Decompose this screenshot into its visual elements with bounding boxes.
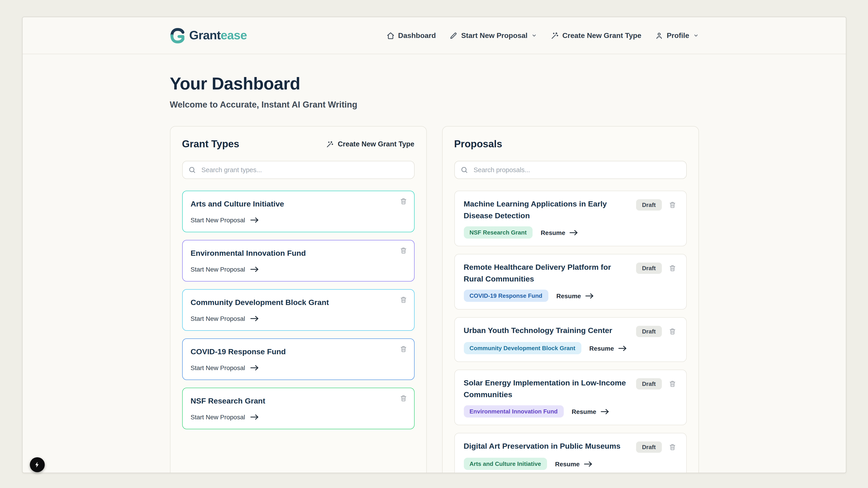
delete-proposal-button[interactable] [668, 263, 677, 273]
chevron-down-icon [531, 33, 537, 38]
delete-proposal-button[interactable] [668, 327, 677, 336]
resume-label: Resume [589, 345, 614, 352]
arrow-right-icon [250, 266, 259, 272]
search-icon [460, 166, 468, 174]
proposal-title: Urban Youth Technology Training Center [464, 325, 631, 336]
brand-name: Grantease [189, 29, 247, 42]
resume-label: Resume [541, 229, 565, 236]
trash-icon [399, 247, 407, 254]
grant-types-panel: Grant Types Create New Grant Type [170, 126, 427, 473]
wand-icon [551, 31, 559, 39]
grant-type-name: NSF Research Grant [191, 397, 406, 406]
delete-grant-type-button[interactable] [399, 295, 408, 304]
nav-menu: Dashboard Start New Proposal [386, 31, 699, 39]
trash-icon [399, 296, 407, 304]
brand-logo[interactable]: Grantease [170, 28, 247, 43]
resume-proposal-link[interactable]: Resume [555, 460, 593, 467]
grant-type-card[interactable]: Environmental Innovation Fund Start New … [182, 240, 414, 282]
chevron-down-icon [693, 33, 699, 38]
trash-icon [399, 197, 407, 205]
delete-grant-type-button[interactable] [399, 197, 408, 206]
grant-type-tag: Community Development Block Grant [464, 342, 581, 354]
proposals-panel: Proposals Machi [442, 126, 699, 473]
grant-type-card[interactable]: Community Development Block Grant Start … [182, 289, 414, 331]
trash-icon [399, 345, 407, 353]
start-new-proposal-link[interactable]: Start New Proposal [191, 414, 259, 421]
home-icon [386, 31, 395, 39]
trash-icon [669, 328, 676, 335]
resume-label: Resume [556, 292, 581, 299]
main-window: Grantease Dashboard Start New Proposal [22, 17, 846, 473]
grant-type-name: Community Development Block Grant [191, 298, 406, 307]
wand-icon [326, 140, 334, 148]
trash-icon [669, 443, 676, 451]
start-new-proposal-label: Start New Proposal [191, 266, 245, 273]
search-icon [188, 166, 196, 174]
resume-proposal-link[interactable]: Resume [572, 408, 610, 415]
delete-grant-type-button[interactable] [399, 344, 408, 354]
grant-types-list: Arts and Culture Initiative Start New Pr… [182, 191, 414, 429]
quick-actions-button[interactable] [30, 457, 45, 472]
delete-grant-type-button[interactable] [399, 246, 408, 255]
page-subtitle: Welcome to Accurate, Instant AI Grant Wr… [170, 100, 699, 110]
status-badge: Draft [636, 263, 662, 274]
arrow-right-icon [569, 229, 579, 236]
status-badge: Draft [636, 442, 662, 453]
trash-icon [669, 201, 676, 209]
grant-type-name: Arts and Culture Initiative [191, 200, 406, 209]
grantease-logo-icon [170, 28, 185, 43]
start-new-proposal-label: Start New Proposal [191, 364, 245, 371]
grant-type-card[interactable]: COVID-19 Response Fund Start New Proposa… [182, 338, 414, 380]
proposal-card[interactable]: Solar Energy Implementation in Low-Incom… [454, 369, 686, 425]
delete-grant-type-button[interactable] [399, 394, 408, 403]
nav-dashboard[interactable]: Dashboard [386, 31, 436, 39]
proposal-card[interactable]: Urban Youth Technology Training Center D… [454, 317, 686, 362]
dashboard-content: Your Dashboard Welcome to Accurate, Inst… [23, 54, 846, 473]
proposal-title: Machine Learning Applications in Early D… [464, 198, 631, 221]
resume-proposal-link[interactable]: Resume [541, 229, 579, 236]
proposal-card[interactable]: Digital Art Preservation in Public Museu… [454, 433, 686, 473]
trash-icon [399, 394, 407, 402]
grant-types-title: Grant Types [182, 138, 239, 150]
nav-create-new-grant-type-label: Create New Grant Type [562, 31, 642, 39]
arrow-right-icon [600, 408, 610, 415]
proposal-card[interactable]: Machine Learning Applications in Early D… [454, 191, 686, 246]
grant-type-tag: Environmental Innovation Fund [464, 405, 563, 418]
proposal-title: Solar Energy Implementation in Low-Incom… [464, 377, 631, 400]
grant-type-name: Environmental Innovation Fund [191, 249, 406, 258]
trash-icon [669, 264, 676, 272]
nav-profile[interactable]: Profile [655, 31, 699, 39]
status-badge: Draft [636, 199, 662, 210]
grant-types-search [182, 161, 414, 179]
resume-proposal-link[interactable]: Resume [556, 292, 594, 299]
app-viewport: Grantease Dashboard Start New Proposal [0, 0, 868, 488]
nav-dashboard-label: Dashboard [398, 31, 436, 39]
grant-type-tag: Arts and Culture Initiative [464, 458, 547, 470]
create-grant-type-link[interactable]: Create New Grant Type [326, 140, 414, 148]
delete-proposal-button[interactable] [668, 200, 677, 210]
nav-create-new-grant-type[interactable]: Create New Grant Type [551, 31, 642, 39]
start-new-proposal-link[interactable]: Start New Proposal [191, 364, 259, 371]
start-new-proposal-link[interactable]: Start New Proposal [191, 217, 259, 224]
start-new-proposal-link[interactable]: Start New Proposal [191, 266, 259, 273]
grant-type-tag: COVID-19 Response Fund [464, 290, 548, 302]
create-grant-type-link-label: Create New Grant Type [338, 140, 414, 148]
arrow-right-icon [584, 461, 593, 467]
start-new-proposal-link[interactable]: Start New Proposal [191, 315, 259, 322]
delete-proposal-button[interactable] [668, 442, 677, 452]
grant-type-card[interactable]: Arts and Culture Initiative Start New Pr… [182, 191, 414, 232]
status-badge: Draft [636, 378, 662, 390]
status-badge: Draft [636, 326, 662, 337]
proposal-title: Digital Art Preservation in Public Museu… [464, 441, 631, 452]
proposal-card[interactable]: Remote Healthcare Delivery Platform for … [454, 254, 686, 310]
start-new-proposal-label: Start New Proposal [191, 217, 245, 224]
delete-proposal-button[interactable] [668, 379, 677, 389]
proposal-title: Remote Healthcare Delivery Platform for … [464, 262, 631, 285]
grant-types-search-input[interactable] [182, 161, 414, 179]
grant-type-card[interactable]: NSF Research Grant Start New Proposal [182, 388, 414, 429]
proposals-list: Machine Learning Applications in Early D… [454, 191, 686, 473]
proposals-search-input[interactable] [454, 161, 686, 179]
page-title: Your Dashboard [170, 74, 699, 94]
resume-proposal-link[interactable]: Resume [589, 345, 627, 352]
nav-start-new-proposal[interactable]: Start New Proposal [450, 31, 537, 39]
